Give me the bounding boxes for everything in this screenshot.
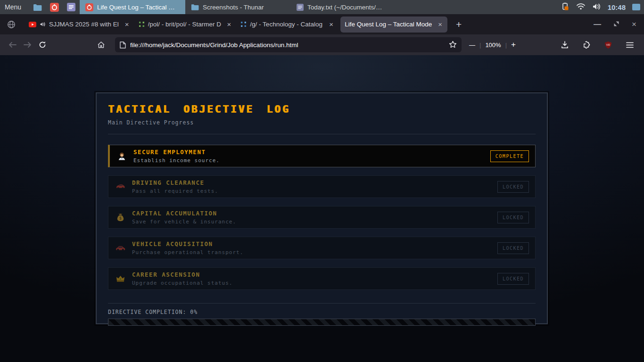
window-title: Screenshots - Thunar [203,4,264,11]
text-editor-launcher[interactable] [65,1,77,13]
quest-text: VEHICLE ACQUISITION Purchase operational… [132,240,243,255]
window-controls: — × [594,20,644,29]
volume-icon[interactable] [592,3,601,12]
menu-button[interactable] [622,37,637,52]
quest-text: CAREER ASCENSION Upgrade occupational st… [132,271,232,286]
home-icon [97,41,105,49]
tab-pol[interactable]: /pol/ - brit/pol/ - Starmer Do × [134,14,237,34]
quest-title: SECURE EMPLOYMENT [133,148,220,156]
quest-list: SECURE EMPLOYMENT Establish income sourc… [108,145,536,290]
file-manager-launcher[interactable] [31,1,43,13]
document-icon [67,3,75,11]
quest-row-vehicle-acquisition[interactable]: VEHICLE ACQUISITION Purchase operational… [108,237,536,259]
download-icon [561,41,569,49]
divider: | [479,41,481,49]
youtube-icon [29,22,36,27]
crown-icon [115,275,126,282]
back-button[interactable] [5,37,20,52]
quest-title: CAPITAL ACCUMULATION [132,210,236,217]
reload-button[interactable] [35,37,50,52]
new-tab-button[interactable]: + [449,19,468,30]
quest-row-capital-accumulation[interactable]: $ CAPITAL ACCUMULATION Save for vehicle … [108,206,536,229]
tactical-objective-panel: TACTICAL OBJECTIVE LOG Main Directive Pr… [96,92,548,324]
back-arrow-icon [8,41,17,48]
screen: Menu Life Quest Log – Tactical M… Screen… [0,0,644,362]
tab-title: /pol/ - brit/pol/ - Starmer Do [148,21,221,28]
divider: | [505,41,507,49]
quest-desc: Purchase operational transport. [132,249,243,255]
office-worker-icon [116,152,127,161]
status-badge: LOCKED [497,242,529,254]
svg-text:$: $ [119,216,122,221]
tab-life-quest-log[interactable]: Life Quest Log – Tactical Mode × [340,16,447,33]
quest-desc: Save for vehicle & insurance. [132,219,236,225]
address-bar[interactable]: file:///home/jack/Documents/Grind/Job Ap… [115,37,462,52]
status-badge: LOCKED [497,273,529,285]
system-taskbar: Menu Life Quest Log – Tactical M… Screen… [0,0,644,14]
4chan-g-icon [240,21,247,27]
browser-logo-icon [50,3,59,12]
page-subtitle: Main Directive Progress [108,119,536,126]
status-badge: LOCKED [497,212,529,223]
progress-bar [108,319,536,326]
zoom-in-button[interactable]: + [511,40,516,49]
tab-title: /g/ - Technology - Catalog - 4 [250,21,323,28]
applications-menu-button[interactable]: Menu [0,3,29,11]
quest-row-driving-clearance[interactable]: DRIVING CLEARANCE Pass all required test… [108,175,536,198]
zoom-controls: — | 100% | + [469,40,516,49]
zoom-out-button[interactable]: — [469,41,475,49]
quest-title: DRIVING CLEARANCE [132,179,218,186]
restore-icon [613,21,619,27]
quest-title: VEHICLE ACQUISITION [132,240,243,247]
folder-icon [191,4,199,10]
tab-youtube[interactable]: SJJMAS 2025 #8 with El × [25,14,134,34]
taskbar-window-todaytxt[interactable]: Today.txt (~/Documents/… [291,0,396,14]
clock[interactable]: 10:48 [608,3,626,11]
status-badge: COMPLETE [490,150,529,162]
folder-icon [33,4,42,11]
extensions-button[interactable] [579,37,594,52]
quest-desc: Establish income source. [133,157,220,164]
ublock-origin-button[interactable]: UO [601,37,616,52]
downloads-button[interactable] [557,37,572,52]
system-tray: 10:48 [561,2,644,12]
puzzle-piece-icon [583,41,591,49]
restore-button[interactable] [613,20,619,29]
tab-close-icon[interactable]: × [328,20,334,28]
racing-car-icon [115,245,126,251]
taskbar-window-thunar[interactable]: Screenshots - Thunar [185,0,291,14]
show-desktop-button[interactable] [632,4,640,10]
money-bag-icon: $ [115,213,126,222]
page-title: TACTICAL OBJECTIVE LOG [108,104,536,115]
tab-close-icon[interactable]: × [124,20,130,28]
tab-audio-icon[interactable] [40,22,46,27]
taskbar-window-life-quest-log[interactable]: Life Quest Log – Tactical M… [80,0,185,14]
forward-button[interactable] [20,37,35,52]
globe-icon [7,20,16,29]
window-title: Life Quest Log – Tactical M… [97,4,180,11]
browser-tab-bar: SJJMAS 2025 #8 with El × /pol/ - brit/po… [0,14,644,34]
home-button[interactable] [93,37,108,52]
close-window-button[interactable]: × [632,20,636,29]
divider [108,134,536,134]
car-icon [115,183,126,190]
url-text[interactable]: file:///home/jack/Documents/Grind/Job Ap… [130,41,449,49]
quest-text: DRIVING CLEARANCE Pass all required test… [132,179,218,194]
tab-close-icon[interactable]: × [437,20,443,28]
svg-text:UO: UO [606,43,611,46]
quest-text: SECURE EMPLOYMENT Establish income sourc… [133,148,220,164]
quest-title: CAREER ASCENSION [132,271,232,278]
battery-icon[interactable] [561,2,570,12]
minimize-button[interactable]: — [594,20,601,29]
bookmark-star-button[interactable] [449,41,457,49]
hamburger-icon [626,42,634,48]
wifi-icon[interactable] [576,3,586,11]
quest-row-career-ascension[interactable]: CAREER ASCENSION Upgrade occupational st… [108,267,536,290]
tab-g[interactable]: /g/ - Technology - Catalog - 4 × [236,14,339,34]
page-viewport: TACTICAL OBJECTIVE LOG Main Directive Pr… [0,55,644,362]
zoom-level[interactable]: 100% [485,41,501,49]
tab-close-icon[interactable]: × [226,20,232,28]
globe-button[interactable] [5,18,18,31]
browser-launcher[interactable] [48,1,60,13]
quest-row-secure-employment[interactable]: SECURE EMPLOYMENT Establish income sourc… [108,145,536,167]
